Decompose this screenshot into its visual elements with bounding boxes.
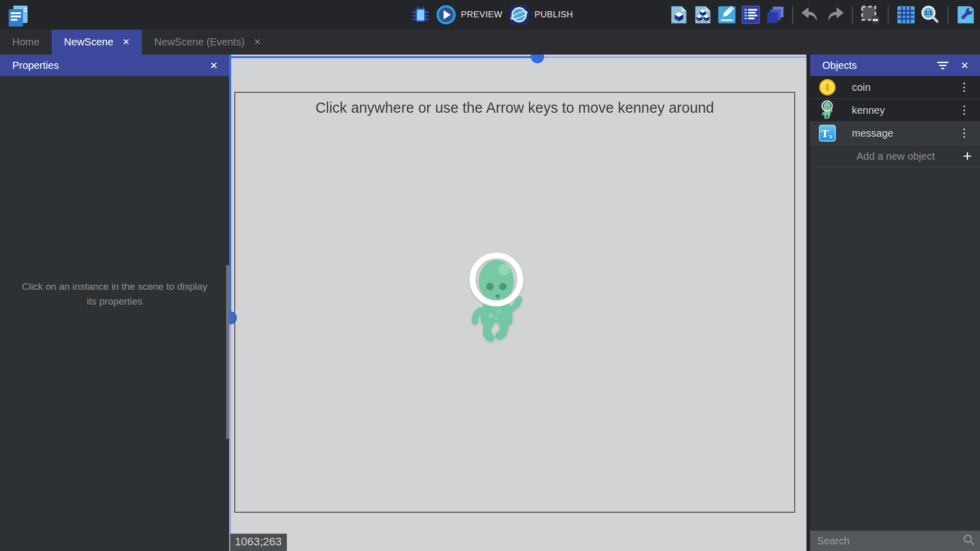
objects-panel: Objects ✕ coin ⋮ — [810, 55, 980, 551]
zoom-actual-icon[interactable]: 1:1 — [920, 5, 940, 25]
search-icon[interactable] — [963, 534, 975, 546]
overflow-menu-icon[interactable]: ⋮ — [953, 83, 975, 92]
overflow-menu-icon[interactable]: ⋮ — [953, 106, 975, 115]
panel-gap — [806, 55, 810, 551]
tab-newscene[interactable]: NewScene ✕ — [52, 30, 142, 55]
undo-icon[interactable] — [800, 5, 821, 25]
deselect-icon[interactable] — [860, 5, 880, 25]
edit-scene-pencil-icon[interactable] — [717, 5, 737, 25]
toolbox-icon[interactable] — [955, 5, 976, 25]
preview-label: PREVIEW — [461, 10, 502, 20]
debug-bug-icon[interactable] — [411, 6, 430, 24]
tab-home-label: Home — [12, 36, 39, 48]
object-row-coin[interactable]: coin ⋮ — [810, 76, 980, 99]
text-object-T: T — [821, 127, 829, 140]
project-manager-icon[interactable] — [6, 4, 30, 27]
add-object-button[interactable]: Add a new object + — [810, 145, 980, 168]
search-input[interactable] — [810, 535, 961, 547]
selection-edge-left-light — [229, 318, 231, 551]
redo-icon[interactable] — [824, 5, 845, 25]
selection-handle-top[interactable] — [531, 55, 544, 63]
object-row-message[interactable]: T x message ⋮ — [810, 122, 980, 145]
grid-icon[interactable] — [896, 5, 916, 25]
editor-toolbar: 1:1 — [669, 0, 976, 30]
object-label: coin — [852, 82, 953, 93]
close-icon[interactable]: ✕ — [957, 60, 973, 71]
coin-icon — [819, 79, 836, 96]
objects-header: Objects ✕ — [810, 55, 980, 76]
preview-publish-group: PREVIEW PUBLISH — [411, 0, 573, 30]
text-object-icon: T x — [819, 124, 836, 142]
object-row-kenney[interactable]: kenney ⋮ — [810, 99, 980, 122]
publish-globe-icon — [508, 4, 530, 26]
open-scene-editor-icon[interactable] — [669, 5, 689, 25]
selection-edge-top — [229, 56, 537, 58]
play-circle-icon — [436, 5, 456, 25]
object-label: kenney — [852, 105, 953, 116]
overflow-menu-icon[interactable]: ⋮ — [953, 129, 975, 138]
kenney-sprite-instance[interactable] — [462, 251, 533, 348]
toolbar-separator — [792, 6, 793, 24]
toolbar-separator — [852, 6, 853, 24]
toolbar-separator — [888, 6, 889, 24]
filter-icon[interactable] — [936, 60, 949, 70]
properties-empty-message: Click on an instance in the scene to dis… — [0, 279, 229, 309]
objects-title: Objects — [822, 60, 857, 71]
plus-icon: + — [954, 147, 980, 165]
tab-home[interactable]: Home — [0, 30, 52, 55]
close-icon[interactable]: ✕ — [206, 60, 222, 71]
top-toolbar: PREVIEW PUBLISH — [0, 0, 980, 30]
text-object-x: x — [829, 132, 833, 140]
object-label: message — [852, 128, 953, 139]
selection-edge-top-light — [537, 56, 806, 58]
properties-header: Properties ✕ — [0, 55, 229, 76]
publish-button[interactable]: PUBLISH — [508, 4, 573, 26]
tab-newscene-events[interactable]: NewScene (Events) ✕ — [142, 30, 273, 55]
instances-list-icon[interactable] — [741, 5, 761, 25]
properties-title: Properties — [12, 60, 59, 71]
scene-text-instance[interactable]: Click anywhere or use the Arrow keys to … — [249, 99, 780, 116]
publish-label: PUBLISH — [534, 10, 573, 20]
zoom-actual-label: 1:1 — [925, 10, 933, 16]
add-object-label: Add a new object — [810, 151, 954, 162]
layers-icon[interactable] — [765, 5, 785, 25]
preview-button[interactable]: PREVIEW — [436, 5, 502, 25]
tab-bar: Home NewScene ✕ NewScene (Events) ✕ — [0, 30, 980, 55]
close-icon[interactable]: ✕ — [122, 37, 130, 47]
gdevelop-window: PREVIEW PUBLISH — [0, 0, 980, 551]
objects-search-bar — [810, 531, 980, 551]
kenney-sprite-icon — [820, 100, 835, 120]
scene-instances-icon[interactable] — [693, 5, 713, 25]
properties-panel: Properties ✕ Click on an instance in the… — [0, 55, 229, 551]
close-icon[interactable]: ✕ — [254, 37, 261, 47]
scene-canvas[interactable]: Click anywhere or use the Arrow keys to … — [229, 55, 806, 551]
tab-newscene-label: NewScene — [64, 36, 113, 48]
toolbar-separator — [947, 6, 948, 24]
cursor-coordinates: 1063;263 — [230, 534, 287, 551]
tab-newscene-events-label: NewScene (Events) — [154, 36, 244, 48]
selection-edge-left — [229, 55, 231, 318]
